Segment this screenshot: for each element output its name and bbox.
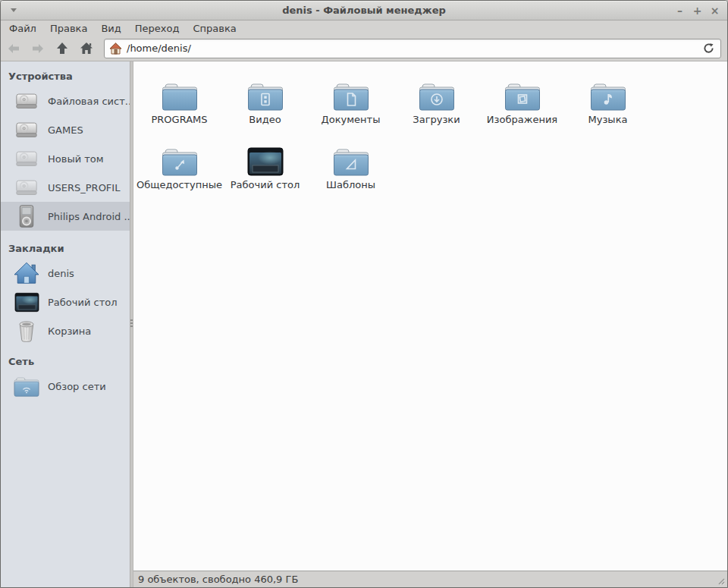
file-item-downloads[interactable]: Загрузки bbox=[394, 71, 479, 134]
sidebar-item-trash[interactable]: Корзина bbox=[1, 316, 130, 345]
folder-images-icon bbox=[504, 71, 541, 112]
sidebar-item-label: denis bbox=[48, 268, 74, 279]
sidebar-item-users-profil[interactable]: USERS_PROFIL bbox=[1, 173, 130, 202]
reload-icon bbox=[703, 42, 714, 54]
file-item-music[interactable]: Музыка bbox=[565, 71, 651, 134]
sidebar-item-label: USERS_PROFIL bbox=[48, 182, 120, 193]
folder-plain-icon bbox=[162, 71, 198, 112]
menubar: Файл Правка Вид Переход Справка bbox=[1, 20, 727, 36]
sidebar-item-desktop[interactable]: Рабочий стол bbox=[1, 288, 130, 316]
folder-downloads-icon bbox=[419, 71, 455, 112]
forward-button[interactable] bbox=[28, 39, 48, 58]
sidebar-item-new-volume[interactable]: Новый том bbox=[1, 144, 130, 173]
up-arrow-icon bbox=[56, 42, 68, 55]
main-panel: PROGRAMS Видео Документы bbox=[133, 61, 727, 587]
menu-edit[interactable]: Правка bbox=[43, 21, 94, 36]
file-label: Видео bbox=[249, 115, 281, 125]
file-label: PROGRAMS bbox=[151, 115, 207, 125]
sidebar-item-network-browse[interactable]: Обзор сети bbox=[1, 372, 130, 401]
file-label: Шаблоны bbox=[326, 180, 375, 190]
sidebar-item-label: GAMES bbox=[48, 124, 83, 136]
folder-music-icon bbox=[590, 71, 626, 112]
folder-video-icon bbox=[247, 71, 284, 112]
location-home-icon bbox=[109, 42, 122, 55]
reload-button[interactable] bbox=[701, 41, 716, 56]
hard-drive-icon bbox=[13, 178, 40, 198]
statusbar: 9 объектов, свободно 460,9 ГБ bbox=[133, 571, 727, 587]
network-folder-icon bbox=[13, 376, 40, 398]
folder-documents-icon bbox=[333, 71, 369, 112]
file-label: Изображения bbox=[487, 115, 557, 125]
file-label: Загрузки bbox=[413, 115, 460, 125]
sidebar: Устройства Файловая сист... GAMES Новый … bbox=[1, 61, 130, 587]
sidebar-section-bookmarks: Закладки bbox=[1, 231, 130, 259]
file-manager-window: denis - Файловый менеджер – + × Файл Пра… bbox=[0, 0, 728, 588]
menu-help[interactable]: Справка bbox=[186, 21, 243, 36]
file-item-video[interactable]: Видео bbox=[222, 71, 308, 134]
file-item-desktop[interactable]: Рабочий стол bbox=[222, 136, 308, 200]
sidebar-item-file-system[interactable]: Файловая сист... bbox=[1, 86, 130, 115]
pane-splitter[interactable] bbox=[130, 61, 133, 587]
titlebar[interactable]: denis - Файловый менеджер – + × bbox=[1, 1, 727, 20]
window-menu-icon[interactable] bbox=[7, 4, 20, 17]
sidebar-item-label: Новый том bbox=[48, 153, 104, 165]
back-button[interactable] bbox=[4, 39, 24, 58]
sidebar-item-label: Файловая сист... bbox=[48, 96, 130, 107]
desktop-icon bbox=[247, 136, 284, 177]
sidebar-section-network: Сеть bbox=[1, 345, 130, 372]
trash-icon bbox=[13, 319, 40, 343]
file-view[interactable]: PROGRAMS Видео Документы bbox=[133, 61, 727, 571]
menu-go[interactable]: Переход bbox=[128, 21, 187, 36]
file-label: Документы bbox=[322, 115, 381, 125]
file-item-templates[interactable]: Шаблоны bbox=[308, 136, 394, 200]
menu-file[interactable]: Файл bbox=[2, 21, 43, 36]
sidebar-item-label: Обзор сети bbox=[48, 381, 106, 392]
hard-drive-icon bbox=[13, 120, 40, 140]
sidebar-section-devices: Устройства bbox=[1, 63, 130, 86]
home-icon bbox=[80, 42, 93, 55]
forward-arrow-icon bbox=[31, 42, 45, 55]
sidebar-item-label: Philips Android ... bbox=[48, 211, 130, 222]
desktop-icon bbox=[13, 292, 40, 313]
file-item-programs[interactable]: PROGRAMS bbox=[136, 71, 222, 134]
resize-grip-icon[interactable] bbox=[716, 576, 726, 586]
file-item-images[interactable]: Изображения bbox=[479, 71, 565, 134]
file-item-documents[interactable]: Документы bbox=[308, 71, 394, 134]
sidebar-item-label: Рабочий стол bbox=[48, 297, 117, 308]
statusbar-text: 9 объектов, свободно 460,9 ГБ bbox=[138, 574, 298, 585]
close-button[interactable]: × bbox=[708, 4, 721, 17]
sidebar-item-denis-home[interactable]: denis bbox=[1, 259, 130, 288]
file-item-public[interactable]: Общедоступные bbox=[136, 136, 222, 200]
path-text[interactable]: /home/denis/ bbox=[127, 42, 191, 54]
file-label: Рабочий стол bbox=[231, 180, 300, 190]
sidebar-item-philips-android[interactable]: Philips Android ... bbox=[1, 202, 130, 231]
file-label: Общедоступные bbox=[136, 180, 222, 190]
sidebar-item-games[interactable]: GAMES bbox=[1, 115, 130, 144]
media-player-icon bbox=[13, 204, 40, 229]
home-folder-icon bbox=[13, 261, 40, 285]
minimize-button[interactable]: – bbox=[673, 4, 686, 17]
back-arrow-icon bbox=[7, 42, 20, 55]
splitter-grip-icon bbox=[130, 319, 133, 327]
up-button[interactable] bbox=[52, 39, 72, 58]
hard-drive-icon bbox=[13, 91, 40, 112]
toolbar: /home/denis/ bbox=[1, 36, 727, 61]
file-label: Музыка bbox=[588, 115, 628, 125]
home-button[interactable] bbox=[77, 39, 96, 58]
sidebar-item-label: Корзина bbox=[48, 325, 91, 337]
location-bar[interactable]: /home/denis/ bbox=[104, 39, 721, 58]
folder-public-icon bbox=[162, 136, 198, 177]
folder-templates-icon bbox=[333, 136, 369, 177]
maximize-button[interactable]: + bbox=[691, 4, 704, 17]
menu-view[interactable]: Вид bbox=[94, 21, 127, 36]
window-title: denis - Файловый менеджер bbox=[1, 5, 727, 16]
hard-drive-icon bbox=[13, 149, 40, 169]
